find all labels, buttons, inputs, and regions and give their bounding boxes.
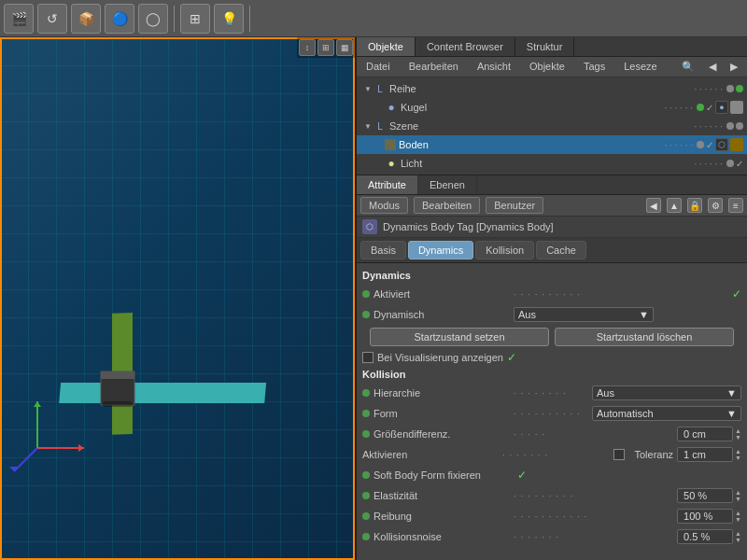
- dot-kollisionsnoise: [362, 533, 370, 540]
- toolbar-btn-6[interactable]: ⊞: [180, 4, 210, 34]
- vp-btn-view[interactable]: ▦: [336, 39, 353, 56]
- label-dynamisch: Dynamisch: [374, 309, 514, 320]
- dot-reihe-1[interactable]: [726, 85, 734, 92]
- label-reibung: Reibung: [374, 511, 514, 522]
- viewport-toolbar: ↕ ⊞ ▦: [297, 37, 355, 58]
- viewport[interactable]: ↕ ⊞ ▦: [0, 37, 357, 560]
- label-groessendiff: Größendifferenz.: [374, 428, 514, 440]
- icon-boden: [385, 139, 396, 150]
- tag-ico-boden-2: [730, 138, 743, 151]
- menu-leseze[interactable]: Leseze: [618, 59, 662, 75]
- sub-tabs: Basis Dynamics Kollision Cache: [357, 238, 747, 263]
- spinner-groessendiff[interactable]: ▲▼: [735, 427, 741, 441]
- label-elastizitaet: Elastizität: [374, 490, 514, 501]
- btn-bearbeiten[interactable]: Bearbeiten: [414, 197, 480, 214]
- spinner-toleranz[interactable]: ▲▼: [735, 448, 741, 461]
- toolbar-btn-4[interactable]: 🔵: [105, 4, 134, 34]
- value-kollisionsnoise[interactable]: 0.5 %: [677, 529, 733, 544]
- tree-item-licht[interactable]: ● Licht · · · · · · ✓: [357, 154, 747, 173]
- row-softbody: Soft Body Form fixieren ✓: [357, 465, 747, 485]
- top-toolbar: 🎬 ↺ 📦 🔵 ◯ ⊞ 💡: [0, 0, 747, 37]
- prop-tabs: Attribute Ebenen: [357, 175, 747, 195]
- select-dynamisch[interactable]: Aus ▼: [514, 307, 654, 322]
- toolbar-icon-up[interactable]: ▲: [667, 198, 682, 213]
- vp-btn-arrows[interactable]: ↕: [299, 39, 316, 56]
- checkbox-visualisierung[interactable]: [362, 352, 374, 363]
- select-hierarchie[interactable]: Aus ▼: [592, 385, 741, 400]
- tab-ebenen[interactable]: Ebenen: [418, 175, 477, 194]
- value-toleranz[interactable]: 1 cm: [677, 447, 733, 462]
- toolbar-btn-3[interactable]: 📦: [71, 4, 101, 34]
- toolbar-icon-more[interactable]: ≡: [728, 198, 743, 213]
- menu-icon-2[interactable]: ◀: [703, 59, 722, 75]
- tree-item-kugel[interactable]: ● Kugel · · · · · · ✓ ●: [357, 98, 747, 117]
- label-kollisionsnoise: Kollisionsnoise: [374, 531, 514, 542]
- btn-modus[interactable]: Modus: [360, 197, 408, 214]
- row-hierarchie: Hierarchie · · · · · · · · Aus ▼: [357, 383, 747, 403]
- row-aktivieren-toleranz: Aktivieren · · · · · · · Toleranz 1 cm ▲…: [357, 444, 747, 465]
- tab-content-browser[interactable]: Content Browser: [416, 37, 515, 56]
- check-softbody: ✓: [517, 469, 527, 482]
- menu-datei[interactable]: Datei: [360, 59, 396, 75]
- vp-btn-grid[interactable]: ⊞: [317, 39, 334, 56]
- subtab-basis[interactable]: Basis: [360, 241, 406, 259]
- toolbar-sep-1: [174, 6, 175, 32]
- tree-item-boden[interactable]: Boden · · · · · · ✓ ⬡: [357, 135, 747, 154]
- dot-licht-1[interactable]: [726, 160, 734, 167]
- btn-row-startzustand: Startzustand setzen Startzustand löschen: [357, 325, 747, 349]
- value-reibung[interactable]: 100 %: [677, 509, 733, 524]
- spinner-elastizitaet[interactable]: ▲▼: [735, 489, 741, 502]
- subtab-cache[interactable]: Cache: [536, 241, 586, 259]
- label-form: Form: [374, 408, 514, 419]
- dot-boden-1[interactable]: [697, 141, 704, 148]
- expand-reihe[interactable]: ▼: [364, 85, 374, 93]
- subtab-kollision[interactable]: Kollision: [475, 241, 534, 259]
- container-elastizitaet: 50 % ▲▼: [677, 488, 741, 503]
- dot-reihe-2[interactable]: [736, 85, 743, 92]
- toolbar-icon-lock[interactable]: 🔒: [687, 198, 702, 213]
- icon-szene: L: [374, 119, 387, 133]
- toolbar-btn-1[interactable]: 🎬: [4, 4, 34, 34]
- tab-attribute[interactable]: Attribute: [357, 175, 418, 194]
- toolbar-btn-7[interactable]: 💡: [214, 4, 244, 34]
- label-szene: Szene: [389, 120, 690, 132]
- toolbar-btn-5[interactable]: ◯: [138, 4, 168, 34]
- row-groessendiff: Größendifferenz. · · · · · 0 cm ▲▼: [357, 424, 747, 444]
- btn-setzen[interactable]: Startzustand setzen: [370, 328, 549, 346]
- subtab-dynamics[interactable]: Dynamics: [408, 241, 473, 259]
- select-form[interactable]: Automatisch ▼: [592, 406, 741, 421]
- dot-szene-2[interactable]: [736, 122, 743, 130]
- spinner-reibung[interactable]: ▲▼: [735, 510, 741, 523]
- dot-kugel-1[interactable]: [697, 104, 704, 111]
- toolbar-icon-left[interactable]: ◀: [646, 198, 661, 213]
- row-bei-visualisierung: Bei Visualisierung anzeigen ✓: [357, 349, 747, 366]
- dot-elastizitaet: [362, 492, 370, 499]
- menu-icon-3[interactable]: ▶: [725, 59, 743, 75]
- menu-ansicht[interactable]: Ansicht: [472, 59, 516, 75]
- icon-kugel: ●: [385, 101, 398, 114]
- expand-szene[interactable]: ▼: [364, 122, 374, 131]
- dot-groessendiff: [362, 430, 370, 438]
- menu-tags[interactable]: Tags: [578, 59, 611, 75]
- svg-rect-0: [59, 383, 266, 403]
- tab-struktur[interactable]: Struktur: [515, 37, 575, 56]
- menu-search-icon[interactable]: 🔍: [676, 59, 700, 75]
- btn-benutzer[interactable]: Benutzer: [486, 197, 543, 214]
- toolbar-btn-2[interactable]: ↺: [37, 4, 67, 34]
- dot-szene[interactable]: [726, 122, 734, 130]
- checkbox-aktivieren[interactable]: [613, 449, 625, 460]
- tab-objekte[interactable]: Objekte: [357, 37, 416, 56]
- row-kollisionsnoise: Kollisionsnoise · · · · · · · 0.5 % ▲▼: [357, 526, 747, 547]
- menu-objekte[interactable]: Objekte: [524, 59, 571, 75]
- dot-softbody: [362, 471, 370, 479]
- spinner-kollisionsnoise[interactable]: ▲▼: [735, 530, 741, 543]
- btn-loeschen[interactable]: Startzustand löschen: [555, 328, 734, 346]
- toolbar-icon-settings[interactable]: ⚙: [708, 198, 723, 213]
- viewport-scene: [0, 224, 357, 504]
- value-groessendiff[interactable]: 0 cm: [677, 427, 733, 441]
- label-toleranz: Toleranz: [634, 449, 673, 460]
- value-elastizitaet[interactable]: 50 %: [677, 488, 733, 503]
- menu-bearbeiten[interactable]: Bearbeiten: [403, 59, 464, 75]
- tree-item-reihe[interactable]: ▼ L Reihe · · · · · ·: [357, 79, 747, 98]
- tree-item-szene[interactable]: ▼ L Szene · · · · · ·: [357, 117, 747, 135]
